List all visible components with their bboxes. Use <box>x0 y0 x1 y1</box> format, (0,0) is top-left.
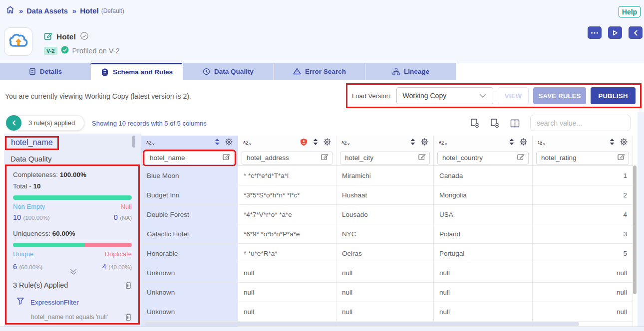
table-cell[interactable]: null <box>434 263 533 283</box>
annotation-box-quality-card: Completeness: 100.00% Total - 10 Non Emp… <box>5 165 140 325</box>
sort-icon[interactable] <box>313 138 319 148</box>
run-profile-button[interactable] <box>608 26 622 39</box>
table-cell[interactable]: USA <box>434 205 533 224</box>
table-cell[interactable]: null <box>238 283 336 302</box>
table-cell[interactable]: Hushaat <box>336 185 434 205</box>
table-cell[interactable]: Unknown <box>141 263 238 283</box>
table-cell[interactable]: null <box>434 302 533 322</box>
column-settings-icon[interactable] <box>421 138 428 148</box>
table-cell[interactable]: 2 <box>533 185 633 205</box>
table-cell[interactable]: null <box>533 263 633 283</box>
rename-column-icon[interactable] <box>321 153 328 163</box>
tab-details[interactable]: Details <box>0 63 91 80</box>
table-cell[interactable]: null <box>434 283 533 302</box>
table-cell[interactable]: null <box>336 302 434 322</box>
collapse-panel-icon[interactable] <box>6 115 21 131</box>
tab-schema-and-rules[interactable]: Schema and Rules <box>91 63 182 80</box>
tab-label: Error Search <box>305 68 346 75</box>
table-cell[interactable]: Budget Inn <box>141 185 238 205</box>
delete-all-rules-icon[interactable] <box>125 281 132 289</box>
non-empty-label: Non Empty <box>13 203 45 210</box>
column-settings-icon[interactable] <box>520 138 527 148</box>
table-cell[interactable]: Canada <box>434 166 533 185</box>
sort-icon[interactable] <box>609 138 615 148</box>
tab-data-quality[interactable]: Data Quality <box>183 63 274 80</box>
table-cell[interactable]: null <box>238 302 336 322</box>
rename-column-icon[interactable] <box>418 153 426 163</box>
sort-icon[interactable] <box>214 138 220 148</box>
vertical-scrollbar[interactable] <box>633 166 637 294</box>
collapse-back-button[interactable] <box>629 26 643 39</box>
table-cell[interactable]: null <box>336 263 434 283</box>
column-settings-icon[interactable] <box>225 138 233 148</box>
rename-column-icon[interactable] <box>223 153 230 163</box>
delete-rule-icon[interactable] <box>125 313 132 321</box>
home-icon[interactable] <box>6 5 14 16</box>
column-name-input[interactable]: hotel_name <box>145 152 234 165</box>
add-column-icon[interactable] <box>470 118 480 131</box>
column-layout-icon[interactable] <box>510 119 520 130</box>
table-cell[interactable]: Double Forest <box>141 205 238 224</box>
save-rules-button[interactable]: SAVE RULES <box>533 87 586 104</box>
verified-check-icon <box>80 31 89 42</box>
column-settings-icon[interactable] <box>323 138 331 148</box>
table-cell[interactable]: *3*5*S*o*h*n* *l*c* <box>238 185 336 205</box>
column-name-input[interactable]: hotel_country <box>437 152 529 165</box>
version-select[interactable]: Working Copy <box>396 87 493 104</box>
breadcrumb-data-assets[interactable]: Data Assets <box>26 7 67 15</box>
table-cell[interactable]: NYC <box>336 224 434 244</box>
table-cell[interactable]: Unknown <box>141 283 238 302</box>
column-name-input[interactable]: hotel_address <box>242 152 332 165</box>
text-type-icon: AZ⌄ <box>146 141 155 146</box>
column-name-input[interactable]: hotel_rating <box>536 152 629 165</box>
table-cell[interactable]: Galactic Hotel <box>141 224 238 244</box>
table-cell[interactable]: Poland <box>434 224 533 244</box>
tab-label: Schema and Rules <box>113 68 173 76</box>
tab-error-search[interactable]: Error Search <box>274 63 365 80</box>
table-cell[interactable]: 1 <box>533 166 633 185</box>
search-input[interactable] <box>530 115 631 131</box>
column-name-input[interactable]: hotel_city <box>340 152 430 165</box>
panel-scrollbar[interactable] <box>132 136 135 148</box>
table-cell[interactable]: * *c*f*e*d*T*a*l <box>238 166 336 185</box>
table-cell[interactable]: * *u*e*R*a* <box>238 244 336 263</box>
breadcrumb-hotel[interactable]: Hotel <box>80 6 99 15</box>
table-cell[interactable]: Portugal <box>434 244 533 263</box>
table-cell[interactable]: null <box>238 263 336 283</box>
table-cell[interactable]: null <box>336 283 434 302</box>
table-cell[interactable]: 5 <box>533 244 633 263</box>
horizontal-scrollbar[interactable] <box>145 322 579 326</box>
edit-asset-icon[interactable] <box>44 32 52 42</box>
column-settings-icon[interactable] <box>620 138 628 148</box>
table-cell[interactable]: 3 <box>533 224 633 244</box>
table-cell[interactable]: null <box>533 283 633 302</box>
rules-pill-label: 3 rule(s) applied <box>21 119 84 127</box>
table-cell[interactable]: Blue Moon <box>141 166 238 185</box>
expand-chevron-icon[interactable] <box>68 268 78 277</box>
table-cell[interactable]: null <box>533 302 633 322</box>
table-row: Unknownnullnullnullnull <box>141 302 633 322</box>
table-cell[interactable]: Unknown <box>141 302 238 322</box>
table-cell[interactable]: 4 <box>533 205 633 224</box>
publish-button[interactable]: PUBLISH <box>591 87 636 104</box>
table-cell[interactable]: Oeiras <box>336 244 434 263</box>
view-button[interactable]: VIEW <box>498 87 529 104</box>
table-cell[interactable]: Honorable <box>141 244 238 263</box>
tab-lineage[interactable]: Lineage <box>365 63 456 80</box>
more-actions-button[interactable] <box>588 26 602 39</box>
table-cell[interactable]: *4*7*V*r*o* *a*e <box>238 205 336 224</box>
table-cell[interactable]: *6*9* *o*b*n*P*a*e <box>238 224 336 244</box>
sort-icon[interactable] <box>509 138 515 148</box>
table-cell[interactable]: Miramichi <box>336 166 434 185</box>
table-cell[interactable]: Lousado <box>336 205 434 224</box>
rules-applied-pill[interactable]: 3 rule(s) applied <box>6 115 84 131</box>
remove-column-icon[interactable] <box>490 118 500 131</box>
rule-type-link[interactable]: ExpressionFilter <box>30 299 79 306</box>
sort-icon[interactable] <box>410 138 416 148</box>
rename-column-icon[interactable] <box>517 153 525 163</box>
rules-applied-title: 3 Rule(s) Applied <box>13 281 68 289</box>
uniqueness-bar-unique <box>13 243 84 247</box>
help-button[interactable]: Help <box>619 6 641 17</box>
table-cell[interactable]: Mongolia <box>434 185 533 205</box>
rename-column-icon[interactable] <box>618 153 625 163</box>
